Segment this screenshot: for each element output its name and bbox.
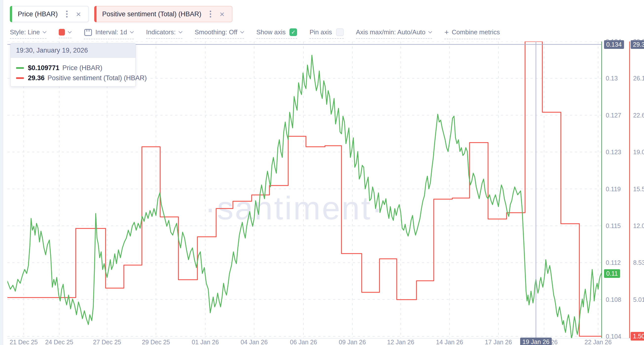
pin-axis-label: Pin axis	[310, 28, 332, 36]
chevron-down-icon	[428, 30, 432, 34]
date-tick-label: 21 Dec 25	[10, 338, 38, 345]
sentiment-axis-tick-label: 19.096	[633, 148, 644, 156]
crosshair-date-badge: 19 Jan 26	[520, 338, 552, 345]
kebab-menu-icon[interactable]	[66, 13, 68, 15]
date-tick-label: 14 Jan 26	[436, 338, 463, 345]
show-axis-toggle[interactable]: Show axis ✓	[256, 28, 297, 39]
date-tick-label: 29 Dec 25	[142, 338, 170, 345]
tooltip-sentiment-value: 29.36	[28, 74, 45, 82]
date-tick-label: 22 Jan 26	[584, 338, 612, 345]
date-tick-label: 09 Jan 26	[339, 338, 366, 345]
chart-toolbar: Style: Line Interval: 1d Indicators: Smo…	[10, 27, 500, 40]
pin-axis-checkbox[interactable]	[336, 28, 344, 36]
date-tick-label: 06 Jan 26	[290, 338, 317, 345]
sentiment-axis-tick-label: 15.575	[633, 186, 644, 193]
tab-label: Positive sentiment (Total) (HBAR)	[102, 10, 201, 18]
show-axis-label: Show axis	[256, 28, 286, 36]
interval-dropdown[interactable]: Interval: 1d	[84, 28, 134, 39]
price-axis-tick-label: 0.119	[606, 186, 621, 193]
date-tick-label: 01 Jan 26	[192, 338, 219, 345]
price-axis-tick-label: 0.13	[606, 75, 618, 82]
tooltip-datetime: 19:30, January 19, 2026	[10, 44, 136, 58]
style-dropdown[interactable]: Style: Line	[10, 28, 46, 39]
sentiment-axis-tick-label: 8.533	[633, 259, 644, 266]
sentiment-series-swatch	[16, 77, 24, 79]
interval-icon	[84, 28, 92, 36]
crosshair-sentiment-badge: 29.374	[631, 40, 644, 49]
kebab-menu-icon[interactable]	[210, 13, 211, 15]
pin-axis-toggle[interactable]: Pin axis	[310, 28, 344, 39]
tooltip-row-sentiment: 29.36 Positive sentiment (Total) (HBAR)	[16, 74, 130, 82]
chevron-down-icon	[179, 30, 182, 34]
price-axis-line[interactable]	[601, 42, 602, 338]
page-left-margin	[0, 0, 3, 345]
price-axis-tick-label: 0.123	[606, 148, 621, 156]
chevron-down-icon	[240, 30, 244, 34]
sentiment-axis-tick-label: 26.138	[633, 75, 644, 82]
metric-tabs: Price (HBAR) × Positive sentiment (Total…	[10, 6, 232, 22]
style-dropdown-label: Style: Line	[10, 28, 40, 36]
price-series-swatch	[16, 67, 24, 69]
indicators-dropdown-label: Indicators:	[146, 28, 176, 36]
date-tick-label: 17 Jan 26	[485, 338, 512, 345]
smoothing-dropdown[interactable]: Smoothing: Off	[195, 28, 244, 39]
axis-maxmin-label: Axis max/min: Auto/Auto	[356, 28, 426, 36]
chevron-down-icon	[130, 30, 134, 34]
indicators-dropdown[interactable]: Indicators:	[146, 28, 182, 39]
show-axis-checkbox[interactable]: ✓	[290, 28, 297, 36]
tooltip-sentiment-name: Positive sentiment (Total) (HBAR)	[48, 74, 147, 82]
date-tick-label: 12 Jan 26	[387, 338, 414, 345]
interval-dropdown-label: Interval: 1d	[95, 28, 127, 36]
tooltip-price-value: $0.109771	[28, 64, 60, 72]
tooltip-price-name: Price (HBAR)	[62, 64, 102, 72]
tab-accent-bar	[10, 6, 12, 22]
price-axis-tick-label: 0.112	[606, 259, 621, 266]
combine-metrics-button[interactable]: + Combine metrics	[444, 28, 500, 39]
date-tick-label: 24 Dec 25	[45, 338, 73, 345]
sentiment-axis-tick-label: 22.617	[633, 112, 644, 119]
price-axis-tick-label: 0.108	[606, 296, 621, 303]
smoothing-dropdown-label: Smoothing: Off	[195, 28, 237, 36]
sentiment-axis-line[interactable]	[629, 42, 630, 338]
chevron-down-icon	[68, 30, 72, 34]
color-swatch[interactable]	[59, 29, 65, 36]
price-axis-tick-label: 0.127	[606, 112, 621, 119]
date-tick-label: 04 Jan 26	[240, 338, 268, 345]
close-icon[interactable]: ×	[76, 10, 81, 18]
tab-positive-sentiment-hbar[interactable]: Positive sentiment (Total) (HBAR) ×	[94, 6, 232, 22]
sentiment-axis-tick-label: 12.054	[633, 222, 644, 230]
sentiment-axis-tick-label: 5.013	[633, 296, 644, 303]
date-tick-label: 27 Dec 25	[93, 338, 121, 345]
combine-metrics-label: Combine metrics	[452, 28, 500, 36]
tab-accent-bar	[94, 6, 96, 22]
price-axis-tick-label: 0.115	[606, 222, 621, 230]
santiment-chart-app: Price (HBAR) × Positive sentiment (Total…	[0, 0, 644, 345]
tooltip-row-price: $0.109771 Price (HBAR)	[16, 64, 130, 72]
axis-maxmin-dropdown[interactable]: Axis max/min: Auto/Auto	[356, 28, 432, 39]
close-icon[interactable]: ×	[220, 10, 224, 18]
check-icon: ✓	[291, 29, 296, 36]
tab-price-hbar[interactable]: Price (HBAR) ×	[10, 6, 89, 22]
color-swatch-dropdown[interactable]	[59, 29, 72, 38]
current-price-badge: 0.11	[604, 269, 620, 278]
chart-tooltip: 19:30, January 19, 2026 $0.109771 Price …	[10, 43, 136, 86]
crosshair-price-badge: 0.134	[604, 40, 624, 49]
chevron-down-icon	[43, 30, 47, 34]
tab-label: Price (HBAR)	[18, 10, 58, 18]
plus-icon: +	[444, 28, 449, 36]
current-sentiment-badge: 1.507	[631, 332, 644, 340]
